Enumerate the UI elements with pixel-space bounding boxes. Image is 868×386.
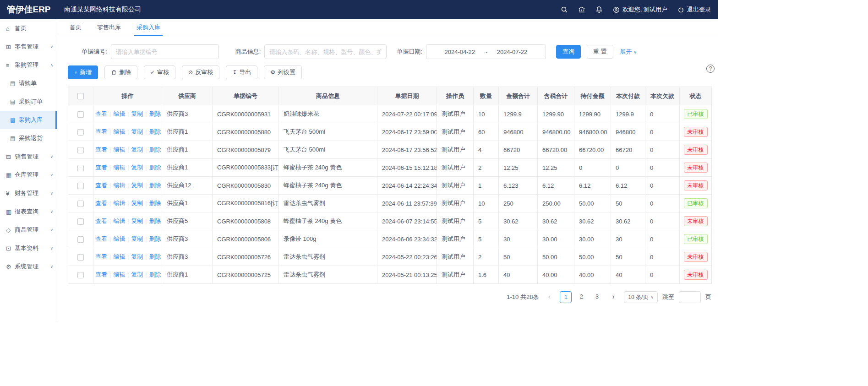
logout-button[interactable]: 退出登录 [677,5,711,14]
view-link[interactable]: 查看 [95,128,107,135]
expand-link[interactable]: 展开 ∨ [620,48,637,56]
delete-link[interactable]: 删除 [149,128,161,135]
search-icon[interactable] [561,6,568,13]
unaudit-button[interactable]: ⊘反审核 [182,65,219,79]
date-range-picker[interactable]: 2024-04-22 ~ 2024-07-22 [426,44,546,59]
sidebar-item-basic[interactable]: ⊡基本资料∨ [0,239,57,257]
copy-link[interactable]: 复制 [131,235,143,242]
page-size-select[interactable]: 10 条/页 ∨ [624,291,658,303]
copy-link[interactable]: 复制 [131,128,143,135]
search-button[interactable]: 查询 [556,45,581,59]
edit-link[interactable]: 编辑 [113,235,125,242]
sidebar-item-warehouse[interactable]: ▦仓库管理∨ [0,166,57,184]
view-link[interactable]: 查看 [95,271,107,278]
row-checkbox[interactable] [77,147,84,153]
row-checkbox[interactable] [77,201,84,207]
view-link[interactable]: 查看 [95,146,107,153]
date-start-value[interactable]: 2024-04-22 [445,49,475,55]
tab-home[interactable]: 首页 [62,19,89,36]
copy-link[interactable]: 复制 [131,217,143,224]
cell-goods: 蜂蜜柚子茶 240g 黄色 [279,159,377,177]
edit-link[interactable]: 编辑 [113,200,125,207]
copy-link[interactable]: 复制 [131,253,143,260]
row-checkbox[interactable] [77,218,84,225]
sidebar-item-purchase[interactable]: ≡采购管理∧ [0,56,57,74]
edit-link[interactable]: 编辑 [113,182,125,189]
row-checkbox[interactable] [77,111,84,118]
cell-bill_no: CGRK00000005880 [213,123,279,141]
next-page-button[interactable]: › [607,291,619,303]
sidebar-item-system[interactable]: ⚙系统管理∨ [0,257,57,276]
edit-link[interactable]: 编辑 [113,164,125,171]
delete-link[interactable]: 删除 [149,271,161,278]
column-settings-button[interactable]: ⚙列设置 [264,65,302,79]
goods-info-input[interactable] [264,44,387,59]
sidebar-subitem-purchase-request[interactable]: ▤请购单 [0,74,57,92]
edit-link[interactable]: 编辑 [113,271,125,278]
jump-page-input[interactable] [679,291,701,303]
copy-link[interactable]: 复制 [131,164,143,171]
delete-link[interactable]: 删除 [149,182,161,189]
copy-link[interactable]: 复制 [131,271,143,278]
prev-page-button[interactable]: ‹ [543,291,555,303]
copy-link[interactable]: 复制 [131,182,143,189]
app-header: 管伊佳ERP 南通某某网络科技有限公司 欢迎您, 测试用户 退出登录 [0,0,718,19]
copy-link[interactable]: 复制 [131,200,143,207]
sidebar-item-sales[interactable]: ⊟销售管理∨ [0,147,57,166]
sidebar-subitem-purchase-return[interactable]: ▤采购退货 [0,129,57,147]
export-button[interactable]: ↧导出 [226,65,257,79]
row-checkbox[interactable] [77,183,84,189]
row-checkbox[interactable] [77,254,84,261]
delete-link[interactable]: 删除 [149,110,161,117]
page-button-2[interactable]: 2 [575,291,587,303]
tab-purchase-inbound[interactable]: 采购入库 [129,19,168,36]
view-link[interactable]: 查看 [95,235,107,242]
page-button-1[interactable]: 1 [560,291,572,303]
copy-link[interactable]: 复制 [131,146,143,153]
welcome-user[interactable]: 欢迎您, 测试用户 [613,5,667,14]
row-checkbox[interactable] [77,236,84,243]
edit-link[interactable]: 编辑 [113,217,125,224]
sidebar-item-finance[interactable]: ¥财务管理∨ [0,184,57,202]
edit-link[interactable]: 编辑 [113,110,125,117]
row-checkbox[interactable] [77,129,84,136]
cell-supplier: 供应商3 [162,230,213,248]
add-button[interactable]: +新增 [68,65,98,79]
delete-button[interactable]: 删除 [104,65,137,79]
delete-link[interactable]: 删除 [149,200,161,207]
view-link[interactable]: 查看 [95,182,107,189]
edit-link[interactable]: 编辑 [113,146,125,153]
view-link[interactable]: 查看 [95,200,107,207]
edit-link[interactable]: 编辑 [113,128,125,135]
select-all-checkbox[interactable] [77,93,84,99]
sidebar-item-report[interactable]: ▥报表查询∨ [0,202,57,221]
delete-link[interactable]: 删除 [149,164,161,171]
delete-link[interactable]: 删除 [149,217,161,224]
date-end-value[interactable]: 2024-07-22 [497,49,528,55]
view-link[interactable]: 查看 [95,164,107,171]
sidebar-item-home[interactable]: ⌂首页 [0,19,57,38]
sidebar-item-retail[interactable]: ⊞零售管理∨ [0,38,57,56]
tab-retail-outbound[interactable]: 零售出库 [89,19,129,36]
help-icon[interactable]: ? [706,65,715,73]
view-link[interactable]: 查看 [95,253,107,260]
sidebar-subitem-purchase-inbound[interactable]: ▤采购入库 [0,111,57,129]
delete-link[interactable]: 删除 [149,253,161,260]
row-checkbox[interactable] [77,165,84,171]
page-button-3[interactable]: 3 [591,291,603,303]
sidebar-subitem-purchase-order[interactable]: ▤采购订单 [0,92,57,111]
sidebar-item-goods[interactable]: ◇商品管理∨ [0,221,57,239]
view-link[interactable]: 查看 [95,110,107,117]
bank-icon[interactable] [578,6,585,13]
reset-button[interactable]: 重 置 [587,45,613,59]
bill-no-input[interactable] [111,44,219,59]
audit-button[interactable]: ✓审核 [144,65,175,79]
delete-link[interactable]: 删除 [149,235,161,242]
edit-link[interactable]: 编辑 [113,253,125,260]
cell-bill_no: CGRK00000005830 [213,177,279,195]
row-checkbox[interactable] [77,272,84,278]
delete-link[interactable]: 删除 [149,146,161,153]
view-link[interactable]: 查看 [95,217,107,224]
bell-icon[interactable] [595,6,603,13]
copy-link[interactable]: 复制 [131,110,143,117]
